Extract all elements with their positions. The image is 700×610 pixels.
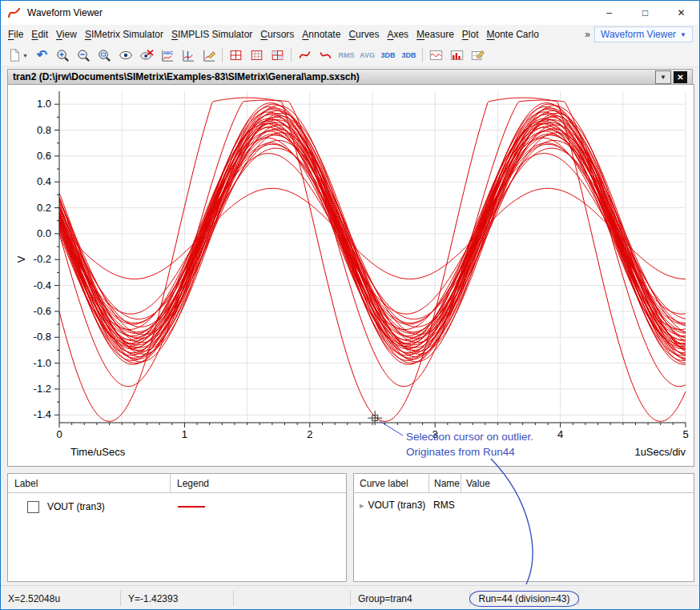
graph-pane: 0123451.00.80.60.40.20.0-0.2-0.4-0.6-0.8… <box>7 84 694 467</box>
status-y-readout: Y=-1.42393 <box>121 591 234 606</box>
add-axis-icon: ABC <box>159 48 175 63</box>
add-curve-alt-button[interactable] <box>316 45 336 66</box>
measure-header-curve: Curve label <box>354 478 428 489</box>
svg-text:Originates from Run44: Originates from Run44 <box>406 446 515 458</box>
status-group-readout: Group=tran4 <box>351 591 470 606</box>
measure-row[interactable]: ▸ VOUT (tran3) RMS <box>354 496 694 514</box>
add-axis-button[interactable]: ABC <box>157 45 177 66</box>
db-high-button[interactable]: 3DB <box>399 45 419 66</box>
hide-curves-button[interactable] <box>136 45 156 66</box>
rms-measure-button[interactable]: RMS <box>336 45 356 66</box>
waveform-plot[interactable]: 0123451.00.80.60.40.20.0-0.2-0.4-0.6-0.8… <box>8 85 694 466</box>
new-plot-button[interactable]: ▼ <box>4 45 31 66</box>
menu-simplis-simulator[interactable]: SIMPLIS Simulator <box>167 26 256 42</box>
add-axis-pin-button[interactable] <box>178 45 198 66</box>
measure-header-value: Value <box>461 474 694 492</box>
status-run-readout: Run=44 (division=43) <box>469 591 578 607</box>
zoom-out-icon <box>76 48 91 63</box>
zoom-in-button[interactable] <box>53 45 73 66</box>
graph-grid-icon <box>228 48 243 62</box>
svg-text:2: 2 <box>307 428 312 440</box>
undo-button[interactable]: ↶ <box>32 45 52 66</box>
histogram-icon <box>449 48 465 62</box>
svg-text:-0.6: -0.6 <box>34 305 51 317</box>
menu-curves[interactable]: Curves <box>344 26 383 42</box>
viewer-selector-label: Waveform Viewer <box>601 29 676 40</box>
menu-edit[interactable]: Edit <box>27 26 52 42</box>
menu-overflow-icon[interactable]: » <box>585 29 590 40</box>
grid-checker-icon <box>270 48 285 62</box>
small-waveform-button[interactable] <box>426 45 446 66</box>
tab-close-button[interactable]: ✕ <box>674 71 687 83</box>
new-graph-button[interactable] <box>226 45 246 66</box>
chevron-down-icon: ▼ <box>680 31 686 38</box>
window-title: Waveform Viewer <box>27 7 103 18</box>
db-low-button[interactable]: 3DB <box>378 45 398 66</box>
app-icon <box>7 6 22 19</box>
close-icon: ✕ <box>677 73 683 82</box>
svg-text:1.0: 1.0 <box>37 98 51 110</box>
maximize-icon[interactable]: □ <box>627 1 663 25</box>
zoom-out-button[interactable] <box>74 45 94 66</box>
legend-header-legend: Legend <box>170 474 346 492</box>
edit-axis-button[interactable] <box>199 45 219 66</box>
legend-panel: Label Legend VOUT (tran3) <box>7 473 347 582</box>
svg-text:1: 1 <box>182 428 187 440</box>
curve-alt-icon <box>318 48 333 62</box>
curve-label: VOUT (tran3) <box>47 501 105 512</box>
menu-simetrix-simulator[interactable]: SIMetrix Simulator <box>81 26 167 42</box>
menu-plot[interactable]: Plot <box>458 26 483 42</box>
chevron-down-icon: ▼ <box>22 53 28 58</box>
legend-header-label: Label <box>8 478 170 489</box>
tab-dropdown-button[interactable]: ▼ <box>655 70 671 84</box>
avg-text-icon: AVG <box>360 51 375 59</box>
svg-text:-1.2: -1.2 <box>34 383 51 395</box>
viewer-selector-dropdown[interactable]: Waveform Viewer ▼ <box>594 26 693 42</box>
menu-file[interactable]: File <box>4 26 27 42</box>
axis-pin-icon <box>180 48 195 63</box>
legend-row[interactable]: VOUT (tran3) <box>8 498 346 516</box>
menu-view[interactable]: View <box>52 26 81 42</box>
3db-low-text-icon: 3DB <box>380 51 395 59</box>
toolbar-separator <box>291 48 292 62</box>
title-bar: Waveform Viewer – □ ✕ <box>1 1 699 25</box>
zoom-in-icon <box>55 48 70 63</box>
menu-monte-carlo[interactable]: Monte Carlo <box>483 26 543 42</box>
add-curve-button[interactable] <box>295 45 315 66</box>
eye-icon <box>118 48 134 62</box>
svg-text:4: 4 <box>557 428 563 440</box>
measure-panel-header: Curve label Name Value <box>354 474 694 493</box>
menu-measure[interactable]: Measure <box>412 26 458 42</box>
show-curves-button[interactable] <box>115 45 135 66</box>
menu-axes[interactable]: Axes <box>383 26 412 42</box>
undo-icon: ↶ <box>37 49 47 62</box>
status-bar: X=2.52048u Y=-1.42393 Group=tran4 Run=44… <box>1 585 700 610</box>
new-grid-button[interactable] <box>247 45 267 66</box>
svg-text:-0.4: -0.4 <box>34 279 51 291</box>
sine-box-icon <box>428 48 444 62</box>
stack-grids-button[interactable] <box>268 45 288 66</box>
measure-panel: Curve label Name Value ▸ VOUT (tran3) RM… <box>353 473 694 582</box>
curve-visibility-checkbox[interactable] <box>27 501 39 513</box>
eye-crossed-icon <box>139 48 155 62</box>
3db-high-text-icon: 3DB <box>401 51 416 59</box>
menu-cursors[interactable]: Cursors <box>256 26 298 42</box>
svg-text:0.4: 0.4 <box>37 175 51 187</box>
histogram-button[interactable] <box>447 45 467 66</box>
close-icon[interactable]: ✕ <box>663 1 699 25</box>
menu-annotate[interactable]: Annotate <box>298 26 344 42</box>
edit-graph-button[interactable] <box>468 45 488 66</box>
graph-tab-header[interactable]: tran2 (D:\jrw\Documents\SIMetrix\Example… <box>7 69 693 85</box>
svg-text:5: 5 <box>682 428 688 440</box>
tab-title: tran2 (D:\jrw\Documents\SIMetrix\Example… <box>13 71 360 82</box>
rms-text-icon: RMS <box>339 51 355 59</box>
waveform-viewer-window: Waveform Viewer – □ ✕ File Edit View SIM… <box>0 0 700 610</box>
zoom-rect-button[interactable] <box>95 45 115 66</box>
avg-measure-button[interactable]: AVG <box>357 45 377 66</box>
toolbar-separator <box>422 48 423 62</box>
svg-text:Selection cursor on outlier.: Selection cursor on outlier. <box>406 431 533 443</box>
minimize-icon[interactable]: – <box>591 1 627 25</box>
expand-arrow-icon[interactable]: ▸ <box>360 500 364 511</box>
svg-text:0.6: 0.6 <box>37 150 51 162</box>
legend-line-sample <box>178 506 205 508</box>
